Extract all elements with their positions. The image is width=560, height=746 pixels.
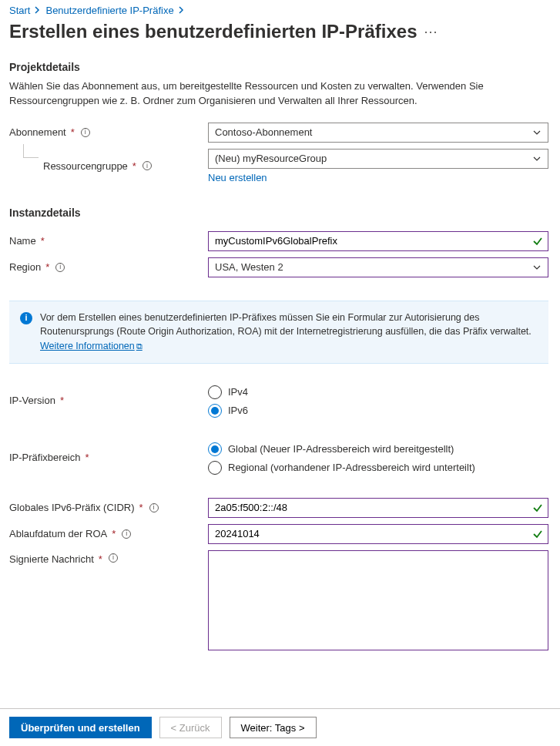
label-ip-prefix-range: IP-Präfixbereich * <box>9 441 202 475</box>
resource-group-dropdown[interactable]: (Neu) myResourceGroup <box>208 149 548 169</box>
required-icon: * <box>85 452 89 463</box>
label-ip-prefix-range-text: IP-Präfixbereich <box>9 452 80 463</box>
resource-group-value: (Neu) myResourceGroup <box>215 153 327 164</box>
ip-prefix-range-global-radio[interactable]: Global (Neuer IP-Adressbereich wird bere… <box>208 442 548 456</box>
radio-icon <box>208 461 222 475</box>
create-new-resource-group-link[interactable]: Neu erstellen <box>208 172 267 183</box>
region-dropdown[interactable]: USA, Westen 2 <box>208 257 548 277</box>
info-icon[interactable]: i <box>149 503 159 512</box>
ip-prefix-range-regional-radio[interactable]: Regional (vorhandener IP-Adressbereich w… <box>208 461 548 475</box>
roa-learn-more-link[interactable]: Weitere Informationen⧉ <box>40 341 143 351</box>
radio-label: Global (Neuer IP-Adressbereich wird bere… <box>228 443 454 455</box>
info-icon[interactable]: i <box>109 553 118 563</box>
required-icon: * <box>132 160 136 172</box>
review-create-button[interactable]: Überprüfen und erstellen <box>9 717 152 738</box>
check-icon <box>532 236 543 247</box>
required-icon: * <box>112 528 116 539</box>
back-button[interactable]: < Zurück <box>159 717 222 738</box>
label-name: Name * <box>9 231 202 251</box>
radio-label: IPv4 <box>228 386 248 398</box>
label-ip-version-text: IP-Version <box>9 395 55 406</box>
roa-expiry-input[interactable] <box>208 524 548 544</box>
chevron-right-icon <box>35 5 41 16</box>
more-actions-icon[interactable]: ⋯ <box>424 25 438 39</box>
label-signed-message: Signierte Nachricht * i <box>9 550 202 650</box>
section-description-project: Wählen Sie das Abonnement aus, um bereit… <box>9 79 502 109</box>
required-icon: * <box>139 502 143 513</box>
info-icon[interactable]: i <box>122 529 131 539</box>
roa-info-message: Vor dem Erstellen eines benutzerdefinier… <box>40 312 531 338</box>
info-icon[interactable]: i <box>81 128 90 137</box>
label-roa-expiry: Ablaufdatum der ROA * i <box>9 524 202 544</box>
global-ipv6-prefix-field[interactable] <box>215 502 542 513</box>
required-icon: * <box>60 395 64 406</box>
ip-version-ipv6-radio[interactable]: IPv6 <box>208 404 548 418</box>
global-ipv6-prefix-input[interactable] <box>208 498 548 518</box>
radio-selected-icon <box>208 442 222 456</box>
ip-prefix-range-radio-group: Global (Neuer IP-Adressbereich wird bere… <box>208 441 548 475</box>
info-icon[interactable]: i <box>143 161 152 170</box>
check-icon <box>532 529 543 539</box>
wizard-footer: Überprüfen und erstellen < Zurück Weiter… <box>0 708 560 746</box>
check-icon <box>532 502 543 513</box>
info-icon[interactable]: i <box>55 263 65 272</box>
label-global-ipv6-prefix-text: Globales IPv6-Präfix (CIDR) <box>9 502 135 513</box>
subscription-dropdown[interactable]: Contoso-Abonnement <box>208 123 548 143</box>
radio-selected-icon <box>208 404 222 418</box>
signed-message-field[interactable] <box>215 556 542 645</box>
name-input[interactable] <box>208 231 548 251</box>
breadcrumb: Start Benutzerdefinierte IP-Präfixe <box>9 5 551 16</box>
roa-info-text: Vor dem Erstellen eines benutzerdefinier… <box>40 311 538 354</box>
label-signed-message-text: Signierte Nachricht <box>9 553 94 565</box>
label-subscription-text: Abonnement <box>9 126 66 138</box>
next-tags-button[interactable]: Weiter: Tags > <box>230 717 317 738</box>
label-roa-expiry-text: Ablaufdatum der ROA <box>9 528 107 539</box>
external-link-icon: ⧉ <box>136 341 143 351</box>
name-input-field[interactable] <box>215 235 542 247</box>
radio-icon <box>208 385 222 399</box>
required-icon: * <box>45 261 49 273</box>
page-title: Erstellen eines benutzerdefinierten IP-P… <box>9 21 417 42</box>
breadcrumb-home[interactable]: Start <box>9 5 30 16</box>
label-subscription: Abonnement * i <box>9 123 202 143</box>
label-resource-group-text: Ressourcengruppe <box>43 160 128 172</box>
signed-message-textarea[interactable] <box>208 550 548 650</box>
section-heading-project: Projektdetails <box>9 61 551 73</box>
chevron-down-icon <box>532 263 542 272</box>
label-region: Region * i <box>9 257 202 277</box>
radio-label: Regional (vorhandener IP-Adressbereich w… <box>228 462 475 473</box>
subscription-value: Contoso-Abonnement <box>215 126 312 138</box>
info-solid-icon: i <box>20 312 32 324</box>
chevron-down-icon <box>532 128 542 137</box>
ip-version-radio-group: IPv4 IPv6 <box>208 384 548 418</box>
radio-label: IPv6 <box>228 405 248 416</box>
label-resource-group: Ressourcengruppe * i <box>9 149 202 183</box>
roa-expiry-field[interactable] <box>215 528 542 539</box>
tree-connector-icon <box>23 144 39 158</box>
label-name-text: Name <box>9 235 36 247</box>
chevron-right-icon <box>179 5 185 16</box>
required-icon: * <box>41 235 45 247</box>
label-region-text: Region <box>9 261 41 273</box>
label-global-ipv6-prefix: Globales IPv6-Präfix (CIDR) * i <box>9 498 202 518</box>
ip-version-ipv4-radio[interactable]: IPv4 <box>208 385 548 399</box>
breadcrumb-item-custom-ip-prefixes[interactable]: Benutzerdefinierte IP-Präfixe <box>45 5 173 16</box>
roa-info-box: i Vor dem Erstellen eines benutzerdefini… <box>9 301 548 364</box>
region-value: USA, Westen 2 <box>215 261 283 273</box>
section-heading-instance: Instanzdetails <box>9 207 548 219</box>
chevron-down-icon <box>532 154 542 163</box>
label-ip-version: IP-Version * <box>9 384 202 418</box>
required-icon: * <box>71 126 75 138</box>
required-icon: * <box>99 553 102 565</box>
